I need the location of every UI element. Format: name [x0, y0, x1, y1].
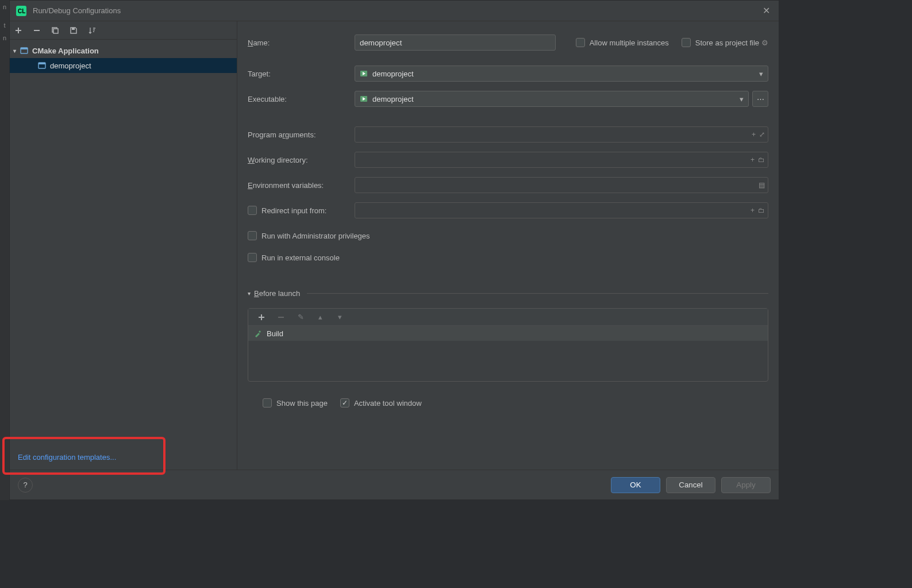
svg-text:CL: CL — [18, 8, 25, 14]
run-debug-configurations-dialog: CL Run/Debug Configurations ✕ ▾ CMake Ap… — [9, 0, 779, 500]
ok-button[interactable]: OK — [611, 477, 660, 493]
dialog-title: Run/Debug Configurations — [33, 6, 759, 15]
sort-config-button[interactable] — [87, 25, 97, 36]
svg-rect-4 — [72, 28, 75, 30]
config-tree: ▾ CMake Application demoproject — [10, 40, 237, 445]
save-config-button[interactable] — [68, 25, 79, 36]
external-console-checkbox[interactable]: Run in external console — [248, 253, 340, 262]
executable-more-button[interactable]: ⋯ — [752, 91, 768, 107]
remove-task-button[interactable] — [276, 312, 286, 322]
folder-icon[interactable]: 🗀 — [758, 156, 765, 164]
plus-icon[interactable]: + — [751, 206, 755, 214]
before-launch-item-build[interactable]: Build — [248, 326, 768, 341]
expand-icon[interactable]: ⤢ — [759, 130, 765, 139]
add-task-button[interactable] — [256, 312, 267, 322]
chevron-down-icon[interactable]: ▾ — [248, 290, 251, 297]
folder-icon[interactable]: 🗀 — [758, 206, 765, 214]
plus-icon[interactable]: + — [751, 156, 755, 164]
chevron-down-icon: ▾ — [13, 48, 16, 54]
tree-group-cmake[interactable]: ▾ CMake Application — [10, 43, 237, 58]
allow-multiple-checkbox[interactable]: Allow multiple instances — [576, 38, 669, 47]
apply-button[interactable]: Apply — [721, 477, 771, 493]
executable-select[interactable]: demoproject ▾ — [355, 91, 749, 107]
redirect-input-checkbox[interactable]: Redirect input from: — [248, 206, 355, 215]
store-as-file-checkbox[interactable]: Store as project file⚙ — [682, 38, 768, 47]
chevron-down-icon: ▾ — [740, 95, 744, 103]
cmake-app-icon — [37, 61, 47, 70]
tree-item-demoproject[interactable]: demoproject — [10, 58, 237, 73]
activate-tool-window-checkbox[interactable]: Activate tool window — [340, 398, 422, 408]
dialog-footer: ? OK Cancel Apply — [10, 470, 779, 499]
svg-rect-8 — [39, 63, 45, 64]
edit-templates-link[interactable]: Edit configuration templates... — [18, 453, 116, 462]
tree-item-label: demoproject — [50, 62, 91, 70]
exe-icon — [360, 95, 368, 103]
divider — [307, 293, 768, 294]
remove-config-button[interactable] — [32, 25, 42, 36]
hammer-icon — [254, 329, 262, 337]
titlebar: CL Run/Debug Configurations ✕ — [10, 1, 779, 21]
program-args-input[interactable] — [355, 126, 768, 143]
target-select[interactable]: demoproject ▾ — [355, 66, 768, 82]
move-up-button[interactable]: ▴ — [315, 312, 325, 322]
cancel-button[interactable]: Cancel — [666, 477, 715, 493]
left-gutter: ntn — [0, 0, 9, 500]
gear-icon[interactable]: ⚙ — [761, 39, 768, 47]
edit-task-button[interactable]: ✎ — [295, 312, 306, 322]
before-launch-box: ✎ ▴ ▾ Build — [248, 308, 768, 382]
executable-label: Executable: — [248, 95, 355, 103]
sidebar-toolbar — [10, 21, 237, 40]
admin-checkbox[interactable]: Run with Administrator privileges — [248, 231, 370, 240]
svg-rect-6 — [21, 48, 28, 49]
cmake-app-icon — [20, 46, 29, 55]
sidebar: ▾ CMake Application demoproject Edit con… — [10, 21, 237, 470]
before-launch-label: efore launch — [259, 289, 301, 298]
add-config-button[interactable] — [13, 25, 24, 36]
move-down-button[interactable]: ▾ — [334, 312, 345, 322]
name-input[interactable] — [355, 34, 556, 51]
clion-logo-icon: CL — [16, 5, 27, 17]
env-vars-input[interactable] — [355, 177, 768, 193]
show-this-page-checkbox[interactable]: Show this page — [263, 398, 328, 408]
svg-rect-3 — [53, 29, 58, 33]
help-button[interactable]: ? — [18, 478, 33, 493]
main-panel: Name: Allow multiple instances Store as … — [237, 21, 779, 470]
close-button[interactable]: ✕ — [759, 4, 773, 18]
working-dir-input[interactable] — [355, 152, 768, 168]
chevron-down-icon: ▾ — [759, 70, 763, 78]
target-icon — [360, 70, 368, 78]
list-icon[interactable]: ▤ — [759, 181, 765, 189]
plus-icon[interactable]: + — [752, 130, 756, 139]
target-label: Target: — [248, 70, 355, 78]
tree-group-label: CMake Application — [32, 47, 99, 55]
redirect-input-field[interactable] — [355, 202, 768, 218]
name-label: ame: — [253, 39, 270, 47]
copy-config-button[interactable] — [50, 25, 60, 36]
